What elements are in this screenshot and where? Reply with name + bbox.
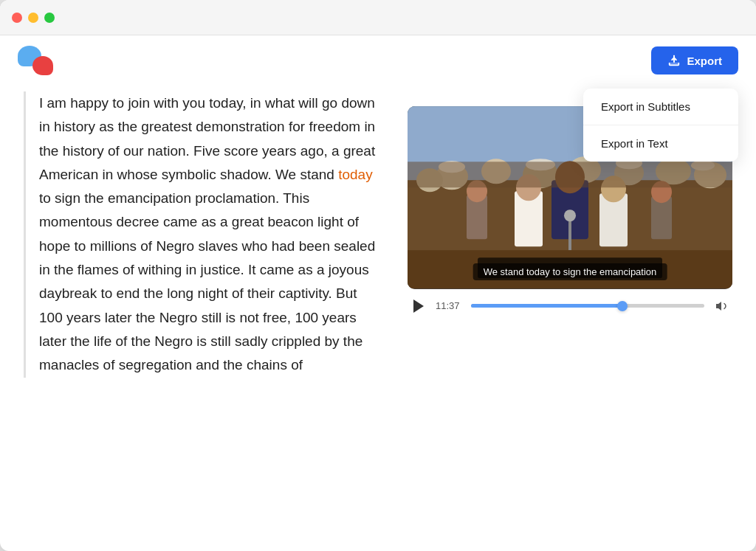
svg-point-20 <box>564 209 576 221</box>
export-button[interactable]: Export <box>651 46 738 74</box>
video-subtitle: We stand today to sign the emancipation <box>473 263 667 280</box>
progress-bar[interactable] <box>471 304 704 308</box>
video-controls: 11:37 <box>408 289 732 317</box>
volume-button[interactable] <box>713 298 729 314</box>
transcript-text-before: I am happy to join with you today, in wh… <box>39 95 375 182</box>
progress-thumb[interactable] <box>617 301 628 311</box>
minimize-button[interactable] <box>28 13 38 23</box>
traffic-lights <box>12 13 55 23</box>
volume-icon <box>714 299 729 313</box>
play-button[interactable] <box>410 298 427 314</box>
export-dropdown: Export in Subtitles Export in Text <box>583 89 738 162</box>
transcript-text-after: to sign the emancipation proclamation. T… <box>39 190 375 372</box>
app-content: Export Export in Subtitles Export in Tex… <box>0 35 756 551</box>
time-display: 11:37 <box>436 300 462 311</box>
video-panel: We stand today to sign the emancipation … <box>408 106 732 527</box>
svg-rect-29 <box>408 162 732 187</box>
export-button-label: Export <box>687 55 722 67</box>
export-icon <box>667 54 681 67</box>
transcript-panel: I am happy to join with you today, in wh… <box>24 91 384 527</box>
play-icon <box>413 299 424 313</box>
close-button[interactable] <box>12 13 22 23</box>
logo <box>18 46 53 75</box>
top-bar: Export Export in Subtitles Export in Tex… <box>0 35 756 86</box>
logo-icon <box>18 46 53 75</box>
maximize-button[interactable] <box>44 13 55 23</box>
export-subtitles-item[interactable]: Export in Subtitles <box>583 89 738 125</box>
logo-bubble-red <box>32 56 53 75</box>
transcript-text: I am happy to join with you today, in wh… <box>24 91 378 378</box>
progress-fill <box>471 304 622 308</box>
titlebar <box>0 0 756 35</box>
transcript-highlight-word: today <box>338 167 372 182</box>
export-text-item[interactable]: Export in Text <box>583 125 738 162</box>
app-window: Export Export in Subtitles Export in Tex… <box>0 0 756 551</box>
